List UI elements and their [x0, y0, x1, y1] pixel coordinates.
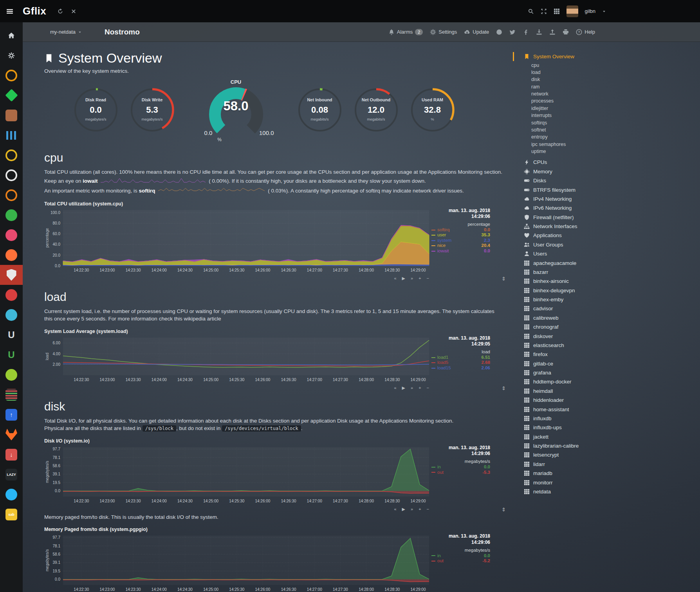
username[interactable]: gilbn — [585, 8, 595, 14]
app-icon-gitlab-app[interactable] — [0, 425, 23, 444]
app-icon-green-circle-app[interactable] — [0, 205, 23, 225]
legend-in[interactable]: in 0.0 — [431, 553, 490, 559]
legend-load5[interactable]: load5 2.68 — [431, 360, 490, 365]
sidebar-item-users[interactable]: Users — [513, 249, 700, 258]
sidebar-item-ipv4-networking[interactable]: IPv4 Networking — [513, 194, 700, 203]
sidebar-item-chronograf[interactable]: chronograf — [513, 322, 700, 331]
settings-button[interactable]: Settings — [430, 29, 457, 35]
print-icon[interactable] — [563, 29, 569, 35]
download-icon[interactable] — [536, 29, 542, 35]
sidebar-item-cadvisor[interactable]: cadvisor — [513, 304, 700, 313]
app-icon-equalizer-app[interactable] — [0, 125, 23, 145]
sidebar-item-calibreweb[interactable]: calibreweb — [513, 313, 700, 322]
chart-zoom-out[interactable]: − — [427, 507, 429, 512]
app-icon-sabnzbd-app[interactable]: sab — [0, 504, 23, 524]
sidebar-subitem-ipc-semaphores[interactable]: ipc semaphores — [513, 141, 700, 148]
chart-pan-right[interactable]: » — [411, 276, 413, 281]
sidebar-item-system-overview[interactable]: System Overview — [513, 52, 700, 61]
chart-play[interactable]: ▶ — [402, 507, 405, 512]
sidebar-item-diskover[interactable]: diskover — [513, 331, 700, 340]
chart-zoom-out[interactable]: − — [427, 276, 429, 281]
sidebar-item-user-groups[interactable]: User Groups — [513, 240, 700, 249]
sidebar-item-ipv6-networking[interactable]: IPv6 Networking — [513, 203, 700, 212]
legend-out[interactable]: out -5.3 — [431, 470, 490, 475]
gauge-used-ram[interactable]: Used RAM 32.8 % — [410, 87, 456, 135]
app-icon-orange-ring-app[interactable] — [0, 65, 23, 85]
sidebar-item-memory[interactable]: Memory — [513, 167, 700, 176]
sidebar-item-apacheguacamole[interactable]: apacheguacamole — [513, 258, 700, 267]
sidebar-item-disks[interactable]: Disks — [513, 176, 700, 185]
app-icon-bars-tile-app[interactable] — [0, 385, 23, 405]
sidebar-item-cpus[interactable]: CPUs — [513, 158, 700, 167]
app-icon-lime-app[interactable] — [0, 365, 23, 385]
app-icon-grey-u-app[interactable]: U — [0, 325, 23, 345]
app-icon-crate-app[interactable] — [0, 105, 23, 125]
app-icon-red-down-app[interactable]: ↓ — [0, 444, 23, 464]
user-caret-down-icon[interactable] — [602, 9, 606, 13]
sidebar-subitem-ram[interactable]: ram — [513, 83, 700, 90]
chart-plot[interactable]: 2.004.006.0014:22:3014:23:0014:23:3014:2… — [44, 335, 431, 385]
app-icon-teal-dots-app[interactable] — [0, 305, 23, 325]
chart-plot[interactable]: 0.019.539.158.678.197.714:22:3014:23:001… — [44, 445, 431, 507]
sidebar-subitem-load[interactable]: load — [513, 69, 700, 76]
legend-system[interactable]: system 2.3 — [431, 238, 490, 243]
legend-in[interactable]: in 0.0 — [431, 464, 490, 470]
sidebar-subitem-processes[interactable]: processes — [513, 97, 700, 104]
sidebar-item-hddtemp-docker[interactable]: hddtemp-docker — [513, 377, 700, 386]
app-icon-green-diamond-app[interactable] — [0, 85, 23, 105]
chart-play[interactable]: ▶ — [402, 276, 405, 281]
facebook-icon[interactable] — [523, 29, 529, 35]
app-icon-lazylibrarian-app[interactable]: LAZY — [0, 464, 23, 484]
apps-grid-icon[interactable] — [554, 8, 560, 14]
refresh-tab-icon[interactable] — [57, 8, 63, 14]
chart-resize-handle[interactable]: ⇕ — [502, 507, 506, 513]
sidebar-subitem-cpu[interactable]: cpu — [513, 61, 700, 68]
legend-user[interactable]: user 35.3 — [431, 232, 490, 238]
sidebar-item-mariadb[interactable]: mariadb — [513, 469, 700, 478]
sidebar-subitem-network[interactable]: network — [513, 90, 700, 97]
chart-plot[interactable]: 0.020.040.060.080.0100.014:22:3014:23:00… — [44, 208, 431, 276]
sidebar-item-lazylibrarian-calibre[interactable]: lazylibrarian-calibre — [513, 441, 700, 450]
sidebar-subitem-disk[interactable]: disk — [513, 76, 700, 83]
sidebar-item-binhex-delugevpn[interactable]: binhex-delugevpn — [513, 286, 700, 295]
chart-pan-right[interactable]: » — [411, 385, 413, 390]
sidebar-item-firefox[interactable]: firefox — [513, 350, 700, 359]
app-icon-settings[interactable] — [0, 45, 23, 65]
help-button[interactable]: ? Help — [576, 29, 595, 35]
app-icon-drop-app[interactable] — [0, 484, 23, 504]
app-icon-pink-app[interactable] — [0, 225, 23, 245]
softirq-sparkline[interactable] — [158, 187, 265, 195]
gauge-disk-read[interactable]: Disk Read 0.0 megabytes/s — [73, 87, 119, 135]
update-button[interactable]: Update — [464, 29, 489, 35]
sidebar-subitem-softirqs[interactable]: softirqs — [513, 119, 700, 126]
chart-zoom-in[interactable]: + — [419, 507, 421, 512]
chart-system-io[interactable]: Disk I/O (system.io) 0.019.539.158.678.1… — [44, 437, 507, 512]
chart-plot[interactable]: 0.019.539.158.678.197.714:22:3014:23:001… — [44, 533, 431, 592]
chart-system-load[interactable]: System Load Average (system.load) 2.004.… — [44, 327, 507, 390]
sidebar-item-home-assistant[interactable]: home-assistant — [513, 405, 700, 414]
sidebar-item-heimdall[interactable]: heimdall — [513, 387, 700, 396]
legend-load1[interactable]: load1 6.51 — [431, 355, 490, 360]
sidebar-item-netdata[interactable]: netdata — [513, 487, 700, 496]
chart-zoom-out[interactable]: − — [427, 385, 429, 390]
app-icon-red-cluster-app[interactable] — [0, 285, 23, 305]
sidebar-item-applications[interactable]: Applications — [513, 231, 700, 240]
search-icon[interactable] — [528, 8, 534, 14]
app-icon-firefox-app[interactable] — [0, 245, 23, 265]
avatar[interactable] — [566, 5, 578, 17]
sidebar-item-letsencrypt[interactable]: letsencrypt — [513, 450, 700, 459]
legend-nice[interactable]: nice 20.4 — [431, 243, 490, 248]
legend-out[interactable]: out -5.2 — [431, 558, 490, 564]
sidebar-item-binhex-emby[interactable]: binhex-emby — [513, 295, 700, 304]
app-icon-search-ring-app[interactable] — [0, 145, 23, 165]
chart-pan-left[interactable]: « — [394, 276, 396, 281]
fullscreen-icon[interactable] — [541, 8, 547, 14]
gauge-net-outbound[interactable]: Net Outbound 12.0 megabits/s — [353, 87, 399, 135]
sidebar-subitem-idlejitter[interactable]: idlejitter — [513, 105, 700, 112]
legend-iowait[interactable]: iowait 0.0 — [431, 248, 490, 254]
legend-load15[interactable]: load15 2.06 — [431, 365, 490, 371]
sidebar-subitem-interrupts[interactable]: interrupts — [513, 112, 700, 119]
gauge-cpu[interactable]: CPU 58.0 0.0 100.0 % — [195, 80, 277, 142]
chart-system-cpu[interactable]: Total CPU utilization (system.cpu) 0.020… — [44, 200, 507, 281]
chart-zoom-in[interactable]: + — [419, 385, 421, 390]
